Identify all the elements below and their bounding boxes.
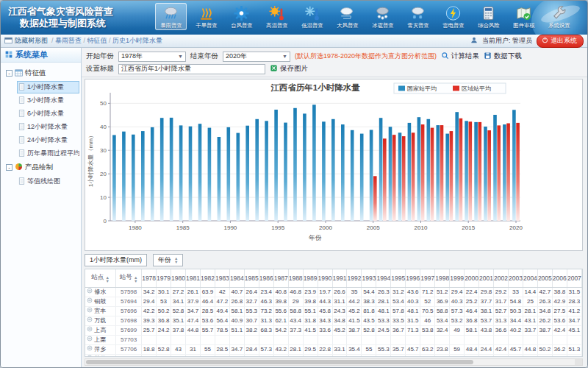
row-expand-icon[interactable] bbox=[87, 327, 93, 333]
table-row[interactable]: 上栗57703 bbox=[85, 335, 582, 344]
calculate-button[interactable]: 计算结果 bbox=[441, 52, 479, 61]
table-row[interactable]: 上高5769925.724.237.844.855.778.551.138.26… bbox=[85, 325, 582, 335]
unit-filter-box[interactable]: 1小时降水量(mm) bbox=[85, 254, 147, 266]
column-header-year[interactable]: 2006 bbox=[552, 269, 567, 287]
chart-title-input[interactable] bbox=[118, 64, 265, 74]
column-header-year[interactable]: 1981 bbox=[186, 269, 201, 287]
tree-item[interactable]: 24小时降水量 bbox=[17, 134, 79, 146]
year-filter-box[interactable]: 年份 ▲▼ bbox=[153, 254, 183, 266]
tree-item[interactable]: 6小时降水量 bbox=[17, 107, 79, 120]
column-header-year[interactable]: 2005 bbox=[537, 269, 552, 287]
column-header-year[interactable]: 1982 bbox=[200, 269, 215, 287]
column-header-year[interactable]: 1988 bbox=[288, 269, 303, 287]
toolbar-item-label: 冰雹普查 bbox=[372, 21, 393, 29]
column-header-year[interactable]: 2003 bbox=[508, 269, 523, 287]
column-header-station-id[interactable]: 站号 ▲▼ bbox=[116, 269, 142, 287]
column-header-station[interactable]: 站点 ▲▼ bbox=[85, 269, 116, 287]
column-header-year[interactable]: 2004 bbox=[523, 269, 537, 287]
breadcrumb-item[interactable]: 特征值 bbox=[87, 37, 107, 44]
column-header-year[interactable]: 1999 bbox=[450, 269, 465, 287]
column-header-year[interactable]: 1990 bbox=[318, 269, 332, 287]
value-cell: 40.7 bbox=[229, 287, 244, 297]
table-row[interactable]: 修水5759834.230.127.226.163.94240.726.423.… bbox=[85, 287, 582, 297]
column-header-year[interactable]: 1998 bbox=[435, 269, 450, 287]
scrollbar-thumb[interactable] bbox=[86, 360, 473, 364]
column-header-year[interactable]: 1985 bbox=[244, 269, 259, 287]
column-header-year[interactable]: 1979 bbox=[157, 269, 171, 287]
breadcrumb-item[interactable]: 历史1小时降水量 bbox=[112, 37, 162, 44]
column-header-year[interactable]: 1983 bbox=[215, 269, 229, 287]
toolbar-item-hail[interactable]: 冰雹普查 bbox=[367, 3, 398, 30]
value-cell bbox=[567, 335, 581, 344]
breadcrumb-item[interactable]: 暴雨普查 bbox=[55, 37, 82, 44]
tree-item[interactable]: 历年暴雨过程平均雨量 bbox=[17, 147, 79, 160]
row-expand-icon[interactable] bbox=[87, 298, 93, 305]
table-row[interactable]: 宜丰5769642.250.252.834.728.549.458.155.37… bbox=[85, 306, 582, 316]
table-row[interactable]: 铜鼓5769429.45334.137.946.447.226.832.746.… bbox=[85, 297, 582, 306]
start-year-select[interactable]: 1978年 ▼ bbox=[118, 52, 186, 62]
column-header-year[interactable]: 2000 bbox=[465, 269, 479, 287]
row-expand-icon[interactable] bbox=[87, 289, 93, 295]
toolbar-item-risk[interactable]: 综合风险 bbox=[473, 3, 504, 30]
tree-item[interactable]: 12小时降水量 bbox=[17, 121, 79, 133]
value-cell: 38.2 bbox=[244, 325, 259, 335]
column-header-year[interactable]: 1994 bbox=[376, 269, 391, 287]
column-header-year[interactable]: 1987 bbox=[273, 269, 288, 287]
toolbar-item-cold[interactable]: 低温普查 bbox=[296, 3, 328, 30]
pie-icon bbox=[15, 163, 23, 172]
heat-icon bbox=[268, 4, 286, 21]
sort-arrows-icon[interactable]: ▲▼ bbox=[174, 257, 178, 263]
table-row[interactable]: 莲花5770922.636.236.937.145.541.923.430.23… bbox=[85, 354, 582, 357]
toolbar-item-review[interactable]: 图件审核 bbox=[508, 3, 539, 30]
sidebar-title: 系统菜单 bbox=[1, 48, 81, 63]
column-header-year[interactable]: 1995 bbox=[391, 269, 406, 287]
column-header-year[interactable]: 2007 bbox=[567, 269, 581, 287]
column-header-year[interactable]: 1978 bbox=[142, 269, 157, 287]
column-header-year[interactable]: 1989 bbox=[303, 269, 318, 287]
toolbar-item-typhoon[interactable]: 台风普查 bbox=[226, 3, 257, 30]
tree-item[interactable]: 3小时降水量 bbox=[17, 94, 79, 107]
toolbar-item-rain[interactable]: 暴雨普查 bbox=[155, 3, 187, 30]
tree-item[interactable]: 1小时降水量 bbox=[17, 81, 79, 93]
value-cell: 44.8 bbox=[523, 344, 537, 354]
download-button[interactable]: 数据下载 bbox=[484, 52, 522, 61]
column-header-year[interactable]: 1980 bbox=[171, 269, 186, 287]
column-header-year[interactable]: 1992 bbox=[347, 269, 362, 287]
toolbar-item-lightning[interactable]: 雷电普查 bbox=[437, 3, 469, 30]
row-expand-icon[interactable] bbox=[87, 317, 93, 324]
end-year-select[interactable]: 2020年 ▼ bbox=[223, 52, 290, 62]
toolbar-item-settings[interactable]: 系统设置 bbox=[543, 3, 575, 30]
toolbar-item-heat[interactable]: 高温普查 bbox=[261, 3, 293, 30]
value-cell: 48.1 bbox=[376, 306, 391, 316]
tree-expander-icon[interactable]: - bbox=[6, 70, 12, 77]
column-header-year[interactable]: 1984 bbox=[229, 269, 244, 287]
horizontal-scrollbar[interactable] bbox=[85, 358, 583, 366]
hide-tree-toggle[interactable]: 隐藏树形图 bbox=[4, 36, 48, 46]
toolbar-item-drought[interactable]: 干旱普查 bbox=[190, 3, 222, 30]
sort-arrows-icon[interactable]: ▲▼ bbox=[106, 276, 110, 283]
tree-group-table[interactable]: -特征值 bbox=[2, 66, 79, 80]
logout-button[interactable]: 退出系统 bbox=[537, 35, 584, 48]
column-header-year[interactable]: 2002 bbox=[494, 269, 509, 287]
column-header-year[interactable]: 1997 bbox=[420, 269, 435, 287]
column-header-year[interactable]: 1986 bbox=[259, 269, 273, 287]
row-expand-icon[interactable] bbox=[87, 308, 93, 314]
tree-group-pie[interactable]: -产品绘制 bbox=[2, 160, 79, 174]
row-expand-icon[interactable] bbox=[87, 355, 93, 357]
toolbar-item-wind[interactable]: 大风普查 bbox=[331, 3, 363, 30]
column-header-year[interactable]: 1996 bbox=[406, 269, 420, 287]
app-header: 江西省气象灾害风险普查 数据处理与制图系统 暴雨普查干旱普查台风普查高温普查低温… bbox=[1, 1, 587, 35]
row-expand-icon[interactable] bbox=[87, 346, 93, 353]
toolbar-item-snow[interactable]: 雪灾普查 bbox=[402, 3, 434, 30]
row-expand-icon[interactable] bbox=[87, 336, 93, 343]
column-header-year[interactable]: 2001 bbox=[479, 269, 494, 287]
tree-expander-icon[interactable]: - bbox=[6, 164, 12, 171]
sort-arrows-icon[interactable]: ▲▼ bbox=[134, 276, 137, 283]
table-row[interactable]: 萍乡5770618.852.843315528.534.728.457.343.… bbox=[85, 344, 582, 354]
table-row[interactable]: 万载5769839.336.835.147.453.656.440.930.73… bbox=[85, 316, 582, 325]
column-header-year[interactable]: 1991 bbox=[332, 269, 347, 287]
column-header-year[interactable]: 1993 bbox=[362, 269, 376, 287]
save-image-button[interactable]: 保存图片 bbox=[270, 64, 308, 74]
tree-item-label: 历年暴雨过程平均雨量 bbox=[27, 149, 79, 158]
tree-item[interactable]: 等值线绘图 bbox=[17, 175, 79, 188]
